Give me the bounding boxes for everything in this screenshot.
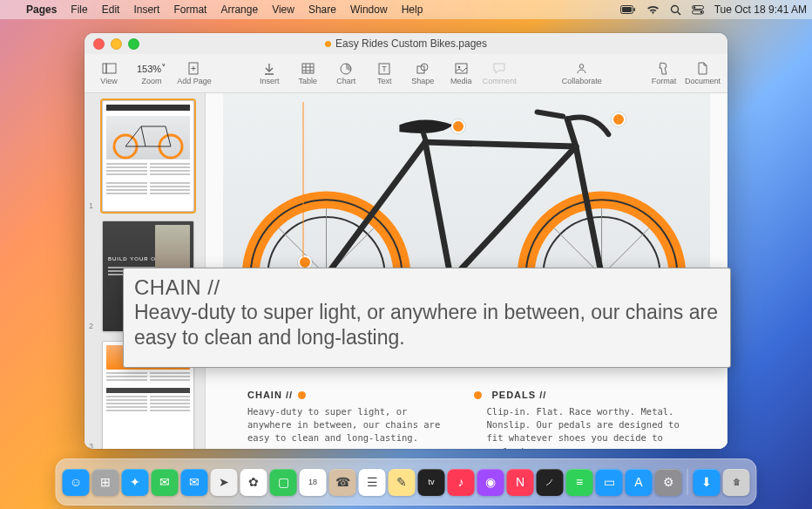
svg-line-62 (537, 112, 563, 117)
menu-arrange[interactable]: Arrange (213, 3, 265, 16)
dock-app-stocks[interactable]: ⟋ (537, 469, 564, 496)
dock-app-safari[interactable]: ✦ (122, 469, 149, 496)
svg-point-28 (579, 64, 584, 68)
column-chain: CHAIN // Heavy-duty to super light, or a… (247, 390, 447, 449)
comment-icon (492, 61, 507, 76)
minimize-button[interactable] (111, 38, 122, 50)
table-icon (301, 61, 315, 76)
zoom-value: 153% ˅ (137, 61, 166, 76)
media-icon (454, 61, 469, 76)
hover-text-overlay: CHAIN // Heavy-duty to super light, or a… (123, 268, 731, 368)
menu-share[interactable]: Share (301, 3, 343, 16)
format-icon (656, 61, 671, 76)
zoom-control[interactable]: 153% ˅ Zoom (130, 56, 173, 91)
chart-icon (339, 61, 354, 76)
dock-app-downloads[interactable]: ⬇ (694, 469, 721, 496)
callout-dot-icon (298, 391, 306, 399)
text-icon: T (377, 61, 392, 76)
menu-window[interactable]: Window (343, 3, 395, 16)
svg-rect-10 (106, 64, 116, 73)
callout-marker (451, 119, 465, 133)
shape-button[interactable]: Shape (405, 56, 440, 91)
menu-format[interactable]: Format (166, 3, 213, 16)
dock-app-calendar[interactable]: 18 (300, 469, 327, 496)
svg-rect-16 (302, 64, 314, 73)
dock-app-maps[interactable]: ➤ (211, 469, 238, 496)
control-center-icon[interactable] (687, 5, 709, 15)
document-icon (695, 61, 710, 76)
svg-point-3 (671, 5, 678, 12)
dock-app-reminders[interactable]: ☰ (359, 469, 386, 496)
thumb-page-number: 3 (89, 442, 93, 449)
menu-insert[interactable]: Insert (126, 3, 166, 16)
dirty-indicator-icon (325, 41, 331, 47)
dock-app-messages[interactable]: ✉ (152, 469, 179, 496)
wifi-icon[interactable] (641, 5, 665, 15)
titlebar: Easy Rides Custom Bikes.pages (85, 33, 727, 54)
dock-app-launchpad[interactable]: ⊞ (92, 469, 119, 496)
hover-body: Heavy-duty to super light, or anywhere i… (134, 300, 720, 351)
add-page-icon (187, 61, 202, 76)
dock-app-music[interactable]: ♪ (448, 469, 475, 496)
view-icon (102, 61, 117, 76)
chain-body: Heavy-duty to super light, or anywhere i… (247, 405, 447, 445)
thumb-page-number: 1 (89, 201, 93, 210)
close-button[interactable] (93, 38, 105, 50)
svg-point-27 (458, 66, 461, 69)
dock-app-trash[interactable]: 🗑 (723, 469, 750, 496)
svg-rect-9 (103, 64, 106, 73)
text-button[interactable]: T Text (367, 56, 402, 91)
dock: ☺⊞✦✉✉➤✿▢18☎☰✎tv♪◉N⟋≡▭A⚙⬇🗑 (56, 458, 757, 506)
fullscreen-button[interactable] (128, 38, 139, 50)
table-button[interactable]: Table (290, 56, 325, 91)
clock[interactable]: Tue Oct 18 9:41 AM (709, 3, 812, 16)
battery-icon[interactable] (615, 5, 641, 14)
dock-app-contacts[interactable]: ☎ (329, 469, 356, 496)
format-button[interactable]: Format (646, 56, 681, 91)
chart-button[interactable]: Chart (328, 56, 363, 91)
svg-point-8 (700, 10, 702, 13)
comment-button: Comment (482, 56, 517, 91)
dock-app-finder[interactable]: ☺ (63, 469, 90, 496)
thumb-page-number: 2 (89, 322, 93, 330)
dock-app-facetime[interactable]: ▢ (270, 469, 297, 496)
svg-line-60 (425, 142, 451, 280)
svg-rect-2 (633, 8, 635, 11)
page-thumbnail-1[interactable]: 1 (102, 100, 193, 212)
pedals-heading: PEDALS // (487, 390, 687, 400)
dock-app-news[interactable]: N (507, 469, 534, 496)
collaborate-button[interactable]: Collaborate (558, 56, 606, 91)
column-pedals: PEDALS // Clip-in. Flat. Race worthy. Me… (487, 390, 687, 449)
dock-app-podcasts[interactable]: ◉ (477, 469, 504, 496)
hover-heading: CHAIN // (134, 275, 720, 300)
spotlight-icon[interactable] (665, 4, 687, 16)
menu-edit[interactable]: Edit (95, 3, 127, 16)
svg-point-6 (693, 6, 695, 9)
document-button[interactable]: Document (685, 56, 721, 91)
svg-line-61 (567, 119, 576, 146)
collaborate-icon (574, 61, 589, 76)
svg-line-56 (425, 142, 576, 146)
dock-app-appstore[interactable]: A (626, 469, 653, 496)
menu-app[interactable]: Pages (19, 3, 64, 16)
dock-app-settings[interactable]: ⚙ (655, 469, 682, 496)
pedals-body: Clip-in. Flat. Race worthy. Metal. Nonsl… (487, 405, 687, 449)
dock-app-tv[interactable]: tv (418, 469, 445, 496)
insert-button[interactable]: Insert (252, 56, 287, 91)
dock-app-photos[interactable]: ✿ (240, 469, 267, 496)
toolbar: View 153% ˅ Zoom Add Page Insert Table (85, 54, 727, 93)
chain-heading: CHAIN // (247, 390, 447, 400)
menu-file[interactable]: File (64, 3, 94, 16)
dock-app-notes[interactable]: ✎ (389, 469, 416, 496)
dock-app-mail[interactable]: ✉ (181, 469, 208, 496)
media-button[interactable]: Media (443, 56, 478, 91)
dock-separator (687, 469, 688, 495)
dock-app-keynote[interactable]: ▭ (596, 469, 623, 496)
pages-window: Easy Rides Custom Bikes.pages View 153% … (85, 33, 727, 449)
menu-view[interactable]: View (265, 3, 301, 16)
add-page-button[interactable]: Add Page (177, 56, 212, 91)
view-button[interactable]: View (91, 56, 126, 91)
dock-app-numbers[interactable]: ≡ (566, 469, 593, 496)
menu-help[interactable]: Help (395, 3, 430, 16)
svg-line-4 (677, 11, 680, 15)
